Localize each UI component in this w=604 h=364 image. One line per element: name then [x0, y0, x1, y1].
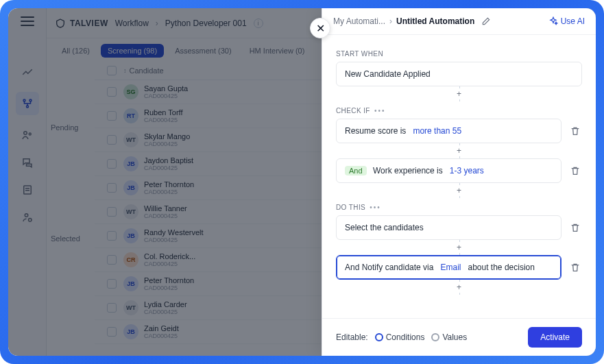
activate-button[interactable]: Activate — [528, 327, 582, 348]
automation-panel: ✕ My Automati... › Untitled Automation U… — [322, 8, 596, 356]
condition-text: Resume score is — [345, 126, 406, 136]
add-step-button[interactable]: + — [455, 282, 464, 292]
condition-value[interactable]: 1-3 years — [450, 166, 484, 175]
delete-icon[interactable] — [570, 262, 582, 273]
add-step-button[interactable]: + — [455, 89, 464, 99]
delete-icon[interactable] — [570, 125, 582, 136]
section-start-when: Start When — [336, 50, 582, 58]
trigger-card[interactable]: New Candidate Applied — [336, 62, 582, 86]
and-chip: And — [345, 166, 367, 175]
action-card-selected[interactable]: And Notify candidate via Email about the… — [336, 255, 561, 280]
close-button[interactable]: ✕ — [310, 18, 330, 38]
section-do-this: Do This••• — [336, 204, 582, 211]
use-ai-button[interactable]: Use AI — [548, 16, 585, 26]
section-check-if: Check If••• — [336, 107, 582, 114]
condition-text: Work experience is — [373, 166, 443, 175]
more-icon[interactable]: ••• — [370, 204, 381, 211]
action-card[interactable]: Select the candidates — [336, 215, 561, 240]
action-value[interactable]: Email — [440, 263, 461, 272]
panel-breadcrumb-parent[interactable]: My Automati... — [333, 16, 385, 26]
panel-breadcrumb-current[interactable]: Untitled Automation — [396, 16, 474, 26]
add-step-button[interactable]: + — [455, 243, 464, 252]
delete-icon[interactable] — [570, 222, 582, 233]
more-icon[interactable]: ••• — [374, 107, 386, 114]
radio-conditions[interactable]: Conditions — [375, 332, 425, 342]
condition-card[interactable]: And Work experience is 1-3 years — [336, 158, 561, 183]
condition-value[interactable]: more than 55 — [413, 126, 461, 136]
delete-icon[interactable] — [570, 165, 582, 176]
edit-icon[interactable] — [481, 16, 491, 26]
add-step-button[interactable]: + — [455, 146, 464, 156]
editable-label: Editable: — [336, 332, 368, 342]
radio-values[interactable]: Values — [431, 332, 467, 342]
condition-card[interactable]: Resume score is more than 55 — [336, 119, 561, 143]
action-text: And Notify candidate via — [345, 263, 433, 272]
chevron-right-icon: › — [389, 16, 392, 26]
add-step-button[interactable]: + — [455, 186, 464, 195]
action-text: about the decision — [468, 263, 535, 272]
